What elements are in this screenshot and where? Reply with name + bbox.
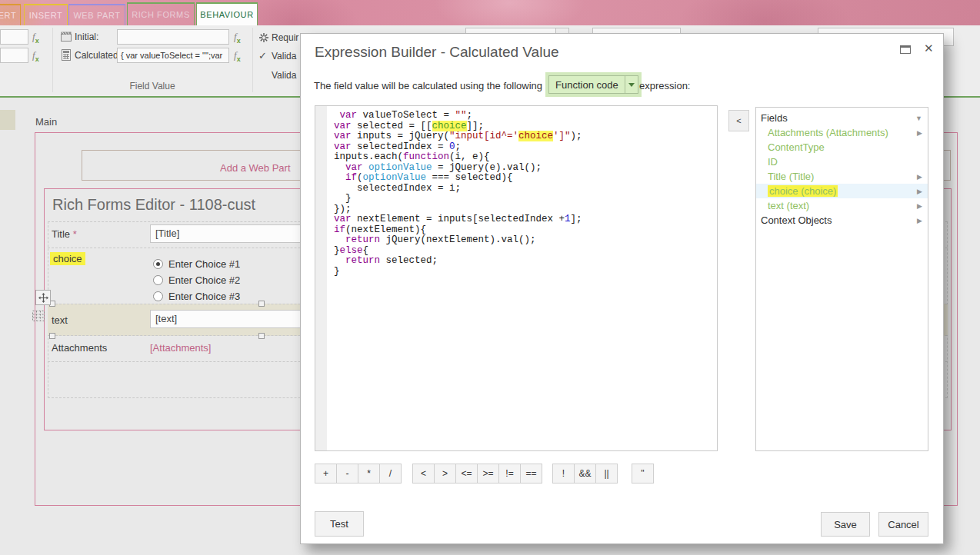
selection-handle[interactable] [258,301,265,307]
fields-item-text[interactable]: text (text)▶ [756,198,928,213]
move-handle[interactable] [35,290,51,305]
maximize-icon[interactable] [900,45,911,54]
initial-input[interactable] [117,29,229,45]
code-line: if(nextElement){ [334,225,582,236]
attachments-field-value: [Attachments] [150,342,211,354]
fields-item-attachments[interactable]: Attachments (Attachments)▶ [756,125,928,140]
editor-title: Rich Forms Editor - 1108-cust [52,196,255,214]
attachments-field-label: Attachments [52,342,107,354]
tab-web-part[interactable]: WEB PART [68,4,125,25]
operator-button[interactable]: + [315,464,337,484]
code-line: var inputs = jQuery("input[id^='choice']… [334,131,582,142]
chevron-right-icon[interactable]: ▶ [917,129,922,137]
radio-option[interactable]: Enter Choice #1 [153,256,240,272]
chevron-down-icon[interactable] [625,75,638,94]
code-editor-gutter [315,106,327,450]
operator-button[interactable]: <= [455,464,478,484]
code-editor[interactable]: var valueToSelect = "";var selected = [[… [315,105,718,451]
fields-item-id[interactable]: ID [756,155,928,169]
chevron-right-icon[interactable]: ▶ [917,217,922,224]
required-asterisk: * [73,228,77,240]
fx-button[interactable]: fx [234,48,241,66]
cancel-button[interactable]: Cancel [878,512,928,537]
ribbon-input-1[interactable] [0,29,28,45]
radio-icon[interactable] [153,291,163,301]
main-zone-label: Main [35,116,57,128]
text-field-input[interactable]: [text] [150,310,323,328]
code-line: inputs.each(function(i, e){ [334,152,582,163]
radio-label: Enter Choice #2 [168,274,240,286]
radio-option[interactable]: Enter Choice #3 [153,288,240,304]
close-icon[interactable]: ✕ [924,42,934,55]
operator-button[interactable]: != [498,464,521,484]
operator-button[interactable]: < [412,464,435,484]
required-label[interactable]: Requir [272,32,298,43]
chevron-right-icon[interactable]: ▶ [917,188,922,195]
operator-button[interactable]: || [595,464,618,484]
code-line: var selected = [[choice]]; [334,121,582,132]
validation-label-2[interactable]: Valida [272,70,296,81]
tab-rich-forms[interactable]: RICH FORMS [127,2,195,25]
code-line: }); [334,204,582,215]
selection-handle[interactable] [49,333,55,339]
operator-button[interactable]: > [434,464,456,484]
calculated-input[interactable]: { var valueToSelect = "";var [117,48,229,63]
expression-type-dropdown[interactable]: Function code [548,75,638,94]
code-line: }else{ [334,246,582,257]
expression-builder-dialog: Expression Builder - Calculated Value ✕ … [300,33,944,544]
fields-item-label: Fields [761,112,788,124]
chevron-right-icon[interactable]: ▶ [917,173,922,181]
title-field-label: Title * [52,228,77,240]
dropdown-value[interactable]: Function code [548,75,625,94]
fields-item-fields-header[interactable]: Fields▼ [756,111,928,125]
operator-button[interactable]: && [574,464,596,484]
operator-button[interactable]: >= [477,464,499,484]
radio-icon[interactable] [153,275,163,285]
chevron-right-icon[interactable]: ▶ [917,202,922,210]
radio-label: Enter Choice #1 [168,258,240,270]
chevron-down-icon[interactable]: ▼ [915,115,922,122]
operator-button[interactable]: * [358,464,380,484]
initial-value-icon [61,32,72,42]
fx-button[interactable]: fx [32,30,39,48]
tab-ert[interactable]: ERT [0,4,21,25]
move-icon [38,293,48,303]
text-field-label: text [52,314,68,326]
operator-button[interactable]: - [336,464,358,484]
fields-item-context-objects[interactable]: Context Objects▶ [756,213,928,228]
fx-button[interactable]: fx [32,48,39,66]
ribbon-tab-row: ERTINSERTWEB PARTRICH FORMSBEHAVIOUR [0,0,980,25]
title-field-input[interactable]: [Title] [150,224,323,243]
radio-icon[interactable] [153,259,163,269]
ribbon-input-2[interactable] [0,48,28,63]
tab-behaviour[interactable]: BEHAVIOUR [196,2,258,25]
fields-item-title[interactable]: Title (Title)▶ [756,169,928,184]
save-button[interactable]: Save [821,512,870,537]
operator-button[interactable]: ! [552,464,575,484]
operator-button[interactable]: == [520,464,542,484]
field-value-group-label: Field Value [52,81,252,91]
collapse-fields-button[interactable]: < [728,110,749,131]
left-margin-box [0,110,15,130]
dialog-subtitle-right: expression: [639,80,690,91]
operator-group: " [632,464,654,484]
code-line: if(optionValue === selected){ [334,173,582,184]
dialog-subtitle-left: The field value will be calculated using… [314,80,542,91]
radio-option[interactable]: Enter Choice #2 [153,272,240,288]
operator-button[interactable]: " [632,464,654,484]
table-select-icon[interactable] [32,310,45,322]
title-label-text: Title [52,228,70,240]
test-button[interactable]: Test [315,511,364,537]
operator-button[interactable]: / [379,464,402,484]
add-web-part-link[interactable]: Add a Web Part [220,162,291,174]
selection-handle[interactable] [258,333,265,339]
fields-item-contenttype[interactable]: ContentType [756,140,928,155]
fields-item-label: text (text) [768,200,809,211]
validation-label[interactable]: Valida [272,51,296,61]
tab-insert[interactable]: INSERT [24,4,68,25]
code-line: return selected; [334,256,582,267]
fx-button[interactable]: fx [234,30,241,48]
code-line: selectedIndex = i; [334,184,582,194]
fields-item-choice[interactable]: choice (choice)▶ [756,184,928,198]
fields-item-label: choice (choice) [768,185,838,197]
